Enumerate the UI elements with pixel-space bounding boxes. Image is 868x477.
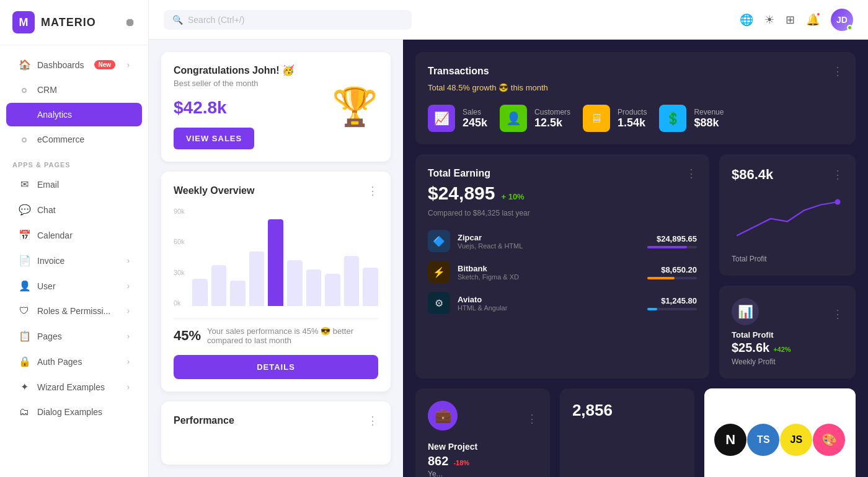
sidebar-item-auth[interactable]: 🔒 Auth Pages › [6,349,142,374]
bar-1 [211,265,227,306]
javascript-logo: JS [780,424,812,456]
customers-label: Customers [534,108,570,116]
congrats-subtitle: Best seller of the month [174,79,294,88]
chevron-right-icon-3: › [127,307,130,315]
sales-info: Sales 245k [463,108,487,129]
zipcar-bar [647,246,697,248]
sidebar-item-calendar[interactable]: 📅 Calendar [6,223,142,247]
notifications-icon[interactable]: 🔔 [806,13,820,27]
sidebar-item-auth-label: Auth Pages [37,357,82,367]
sidebar-item-email[interactable]: ✉ Email [6,172,142,196]
weekly-more-button[interactable]: ⋮ [367,184,378,198]
new-badge: New [94,60,116,69]
zipcar-right: $24,895.65 [647,234,697,248]
y-label-60k: 60k [174,238,185,245]
earning-list: 🔷 Zipcar Vuejs, React & HTML $24,895.65 [428,230,697,314]
bar-4 [268,219,283,306]
revenue-stat: 💲 Revenue $88k [659,105,724,132]
congrats-content: Congratulations John! 🥳 Best seller of t… [174,64,294,149]
chart-area: 90k 60k 30k 0k [174,208,378,319]
sidebar-item-roles[interactable]: 🛡 Roles & Permissi... › [6,299,142,323]
chevron-down-icon: › [127,61,130,69]
profit-more-button[interactable]: ⋮ [832,168,843,182]
revenue-label: Revenue [694,108,724,116]
user-icon: 👤 [19,280,30,292]
theme-icon[interactable]: ☀ [764,13,774,27]
translate-icon[interactable]: 🌐 [740,13,753,27]
weekly-profit-more-button[interactable]: ⋮ [832,307,843,321]
performance-title: Performance [174,415,234,426]
new-project-change: -18% [453,459,469,466]
sidebar-item-analytics[interactable]: Analytics [6,103,142,126]
avatar[interactable]: JD [831,9,853,31]
transactions-more-button[interactable]: ⋮ [832,64,843,78]
ecommerce-dot-icon [19,134,30,145]
revenue-icon: 💲 [659,105,686,132]
customers-info: Customers 12.5k [534,108,570,129]
sidebar-item-analytics-label: Analytics [37,110,72,120]
congrats-title: Congratulations John! 🥳 [174,64,294,76]
performance-card: Performance ⋮ [161,401,391,465]
bar-7 [325,274,340,306]
analytics-dot-icon [19,109,30,120]
weekly-profit-sub: Weekly Profit [732,357,843,366]
grid-icon[interactable]: ⊞ [786,13,795,27]
new-project-more-button[interactable]: ⋮ [526,412,538,426]
sidebar-item-pages[interactable]: 📋 Pages › [6,324,142,348]
profit-line-chart [732,188,843,250]
content-area: Congratulations John! 🥳 Best seller of t… [149,40,868,477]
new-project-card: 💼 ⋮ New Project 862 -18% Ye... [415,388,550,477]
invoice-icon: 📄 [19,255,30,266]
sidebar-item-dialog[interactable]: 🗂 Dialog Examples [6,400,142,424]
aviato-amount: $1,245.80 [647,296,697,305]
bar-9 [363,268,378,306]
logo-icon: M [12,11,35,33]
sidebar-item-wizard[interactable]: ✦ Wizard Examples › [6,375,142,399]
zipcar-sub: Vuejs, React & HTML [458,242,640,250]
earning-more-button[interactable]: ⋮ [686,167,697,180]
products-value: 1.54k [618,116,647,129]
shield-icon: 🛡 [19,305,30,317]
typescript-logo: TS [747,424,779,456]
bitbank-name: Bitbank [458,264,640,273]
sidebar-item-crm[interactable]: CRM [6,78,142,102]
bitbank-bar [647,277,697,279]
figma-logo: 🎨 [813,424,845,456]
main-content: 🔍 Search (Ctrl+/) 🌐 ☀ ⊞ 🔔 JD Congratulat… [149,0,868,477]
sidebar-item-chat[interactable]: 💬 Chat [6,198,142,222]
revenue-info: Revenue $88k [694,108,724,129]
earning-title: Total Earning [428,168,490,179]
sidebar-item-user[interactable]: 👤 User › [6,274,142,298]
new-project-value: 862 [428,454,448,468]
record-icon[interactable]: ⏺ [125,16,136,29]
sidebar-item-ecommerce-label: eCommerce [37,134,84,144]
bitbank-sub: Sketch, Figma & XD [458,273,640,281]
chevron-right-icon-5: › [127,357,130,366]
chevron-right-icon: › [127,256,130,265]
total-profit-amount: $86.4k [732,167,773,183]
sidebar-item-ecommerce[interactable]: eCommerce [6,128,142,151]
bar-8 [344,256,360,306]
zipcar-icon: 🔷 [428,230,450,252]
search-box[interactable]: 🔍 Search (Ctrl+/) [164,10,412,30]
products-label: Products [618,108,647,116]
sidebar-item-invoice-label: Invoice [37,256,64,266]
details-button[interactable]: DETAILS [174,355,378,379]
bar-5 [287,260,303,306]
bar-3 [249,252,265,306]
sidebar-item-dashboards[interactable]: 🏠 Dashboards New › [6,53,142,77]
email-icon: ✉ [19,178,30,190]
customers-icon: 👤 [500,105,527,132]
sidebar-item-roles-label: Roles & Permissi... [37,306,110,316]
sidebar-item-calendar-label: Calendar [37,230,73,240]
search-placeholder: Search (Ctrl+/) [188,15,244,25]
performance-more-button[interactable]: ⋮ [367,414,378,427]
sidebar-item-invoice[interactable]: 📄 Invoice › [6,248,142,273]
nextjs-logo: N [714,424,746,456]
y-label-0k: 0k [174,299,185,307]
view-sales-button[interactable]: VIEW SALES [174,128,254,149]
weekly-footer: 45% Your sales performance is 45% 😎 bett… [174,326,378,345]
chart-bars [192,207,378,306]
weekly-title: Weekly Overview [174,185,254,196]
sales-icon: 📈 [428,105,455,132]
